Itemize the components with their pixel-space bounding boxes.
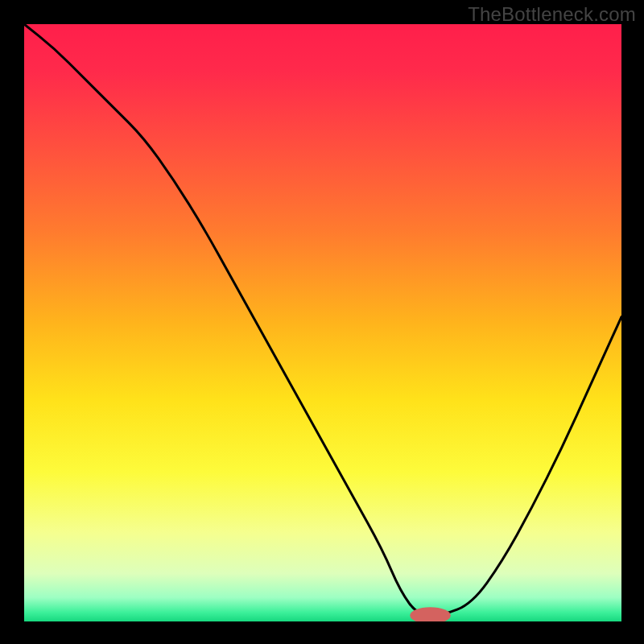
plot-background: [24, 24, 621, 621]
watermark-text: TheBottleneck.com: [468, 3, 636, 26]
bottleneck-plot: [24, 24, 621, 621]
chart-container: TheBottleneck.com: [0, 0, 644, 644]
